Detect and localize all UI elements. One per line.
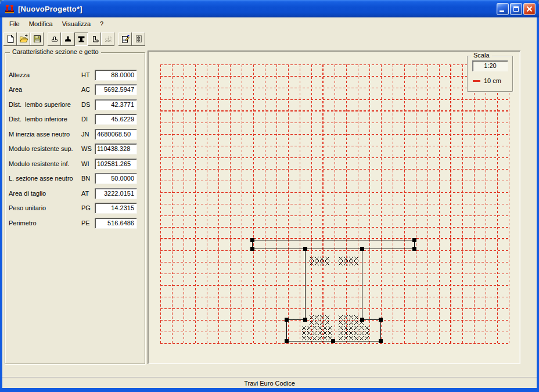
field-row-ac: AreaAC5692.5947 bbox=[5, 84, 145, 96]
field-value-ws[interactable]: 110438.328 bbox=[95, 143, 137, 154]
toolbar-button-section-type-i-beam[interactable] bbox=[74, 33, 88, 46]
field-symbol-at: AT bbox=[81, 190, 89, 197]
maximize-icon bbox=[513, 6, 519, 12]
field-value-di[interactable]: 45.6229 bbox=[95, 114, 137, 125]
field-row-ht: AltezzaHT88.0000 bbox=[5, 70, 145, 81]
vertex-handle[interactable] bbox=[250, 238, 254, 242]
field-label-pe: Perimetro bbox=[9, 220, 37, 226]
field-label-ac: Area bbox=[9, 86, 22, 93]
close-button[interactable] bbox=[523, 3, 536, 15]
vertex-handle[interactable] bbox=[412, 238, 416, 242]
status-bar: Travi Euro Codice bbox=[2, 378, 537, 388]
section-i-beam-icon bbox=[77, 34, 86, 44]
section-l-icon bbox=[90, 34, 99, 44]
open-folder-icon bbox=[19, 34, 28, 44]
menu-bar: FileModificaVisualizza? bbox=[2, 17, 537, 30]
scale-legend: 10 cm bbox=[473, 77, 501, 84]
field-row-bn: L. sezione asse neutroBN50.0000 bbox=[5, 173, 145, 185]
toolbar-button-save-project[interactable] bbox=[30, 33, 44, 46]
toolbar-button-section-view[interactable] bbox=[132, 33, 145, 46]
vertex-handle[interactable] bbox=[285, 339, 289, 343]
section-pedestal-icon bbox=[50, 34, 59, 44]
field-row-di: Dist. lembo inferioreDI45.6229 bbox=[5, 114, 145, 125]
scale-legend-label: 10 cm bbox=[484, 77, 501, 84]
vertex-handle[interactable] bbox=[412, 247, 416, 251]
title-bar[interactable]: [NuovoProgetto*] bbox=[0, 0, 539, 17]
vertex-handle[interactable] bbox=[360, 318, 364, 322]
field-value-wi[interactable]: 102581.265 bbox=[95, 159, 137, 170]
vertex-handle[interactable] bbox=[379, 318, 383, 322]
toolbar-button-section-type-solid-t[interactable] bbox=[61, 33, 74, 46]
close-icon bbox=[526, 6, 533, 12]
field-label-at: Area di taglio bbox=[9, 190, 46, 197]
save-floppy-icon bbox=[33, 34, 42, 44]
toolbar-button-properties[interactable] bbox=[118, 33, 132, 46]
vertex-handle[interactable] bbox=[360, 247, 364, 251]
field-value-ds[interactable]: 42.3771 bbox=[95, 99, 137, 110]
toolbar-button-section-type-pedestal[interactable] bbox=[48, 33, 61, 46]
field-symbol-wi: WI bbox=[81, 160, 89, 167]
window-title: [NuovoProgetto*] bbox=[18, 5, 82, 13]
field-value-ht[interactable]: 88.0000 bbox=[95, 70, 137, 81]
field-label-wi: Modulo resistente inf. bbox=[9, 160, 70, 167]
group-title: Caratteristiche sezione e getto bbox=[10, 48, 101, 55]
field-value-jn[interactable]: 4680068.50 bbox=[95, 129, 137, 140]
field-value-pe[interactable]: 516.6486 bbox=[95, 218, 137, 229]
vertex-handle[interactable] bbox=[379, 339, 383, 343]
toolbar-button-section-type-custom[interactable] bbox=[101, 33, 114, 46]
field-label-pg: Peso unitario bbox=[9, 204, 46, 211]
field-symbol-ac: AC bbox=[81, 86, 90, 93]
field-label-bn: L. sezione asse neutro bbox=[9, 175, 73, 182]
field-value-bn[interactable]: 50.0000 bbox=[95, 173, 137, 184]
field-symbol-bn: BN bbox=[81, 175, 90, 182]
field-row-ds: Dist. lembo superioreDS42.3771 bbox=[5, 99, 145, 111]
status-text: Travi Euro Codice bbox=[244, 380, 295, 387]
vertex-handle[interactable] bbox=[303, 318, 307, 322]
field-symbol-ht: HT bbox=[81, 71, 90, 78]
minimize-icon bbox=[500, 10, 504, 12]
section-drawing bbox=[149, 52, 519, 363]
app-icon bbox=[4, 3, 16, 15]
client-area: Caratteristiche sezione e getto AltezzaH… bbox=[2, 48, 537, 377]
field-label-ht: Altezza bbox=[9, 71, 30, 78]
window-border-left bbox=[0, 17, 2, 392]
menu-item-file[interactable]: File bbox=[5, 19, 24, 29]
field-symbol-jn: JN bbox=[81, 131, 89, 138]
scale-legend-dash-icon bbox=[473, 80, 480, 82]
field-row-ws: Modulo resistente sup.WS110438.328 bbox=[5, 143, 145, 155]
menu-item-modifica[interactable]: Modifica bbox=[24, 19, 58, 29]
vertex-handle[interactable] bbox=[331, 339, 335, 343]
app-window: [NuovoProgetto*] FileModificaVisualizza? bbox=[0, 0, 539, 392]
field-symbol-ws: WS bbox=[81, 145, 92, 152]
toolbar-button-section-type-l[interactable] bbox=[88, 33, 101, 46]
toolbar-button-open-project[interactable] bbox=[17, 33, 30, 46]
field-row-jn: M inerzia asse neutroJN4680068.50 bbox=[5, 129, 145, 141]
new-document-icon bbox=[6, 34, 15, 44]
field-row-wi: Modulo resistente inf.WI102581.265 bbox=[5, 159, 145, 170]
field-value-ac[interactable]: 5692.5947 bbox=[95, 84, 137, 95]
field-symbol-pg: PG bbox=[81, 204, 91, 211]
menu-item-help[interactable]: ? bbox=[95, 19, 108, 29]
minimize-button[interactable] bbox=[497, 3, 509, 15]
menu-item-visualizza[interactable]: Visualizza bbox=[58, 19, 95, 29]
window-border-right bbox=[537, 17, 539, 392]
field-label-ds: Dist. lembo superiore bbox=[9, 101, 71, 108]
field-symbol-di: DI bbox=[81, 116, 88, 123]
field-value-pg[interactable]: 14.2315 bbox=[95, 203, 137, 214]
field-symbol-ds: DS bbox=[81, 101, 90, 108]
scale-ratio-field[interactable]: 1:20 bbox=[472, 60, 508, 71]
maximize-button[interactable] bbox=[510, 3, 522, 15]
section-view-icon bbox=[134, 34, 143, 44]
field-value-at[interactable]: 3222.0151 bbox=[95, 188, 137, 199]
scale-panel: Scala 1:20 10 cm bbox=[467, 56, 513, 92]
vertex-handle[interactable] bbox=[250, 247, 254, 251]
vertex-handle[interactable] bbox=[285, 318, 289, 322]
toolbar-button-new-document[interactable] bbox=[3, 33, 17, 46]
vertex-handle[interactable] bbox=[303, 247, 307, 251]
drawing-canvas[interactable]: Scala 1:20 10 cm bbox=[148, 51, 520, 364]
scale-group-title: Scala bbox=[471, 52, 492, 59]
properties-icon bbox=[121, 34, 130, 44]
field-row-pe: PerimetroPE516.6486 bbox=[5, 218, 145, 229]
field-label-jn: M inerzia asse neutro bbox=[9, 131, 70, 138]
section-properties-panel: Caratteristiche sezione e getto AltezzaH… bbox=[5, 52, 145, 364]
